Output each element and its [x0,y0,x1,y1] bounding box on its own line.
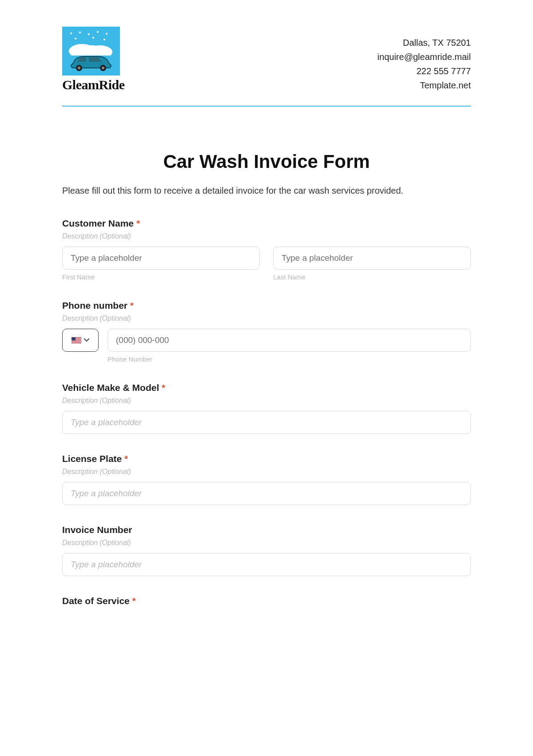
customer-name-desc[interactable]: Description (Optional) [62,232,471,240]
last-name-sublabel: Last Name [273,273,471,281]
page-subtitle: Please fill out this form to receive a d… [62,186,471,196]
phone-desc[interactable]: Description (Optional) [62,314,471,322]
customer-name-label-text: Customer Name [62,218,134,228]
svg-point-3 [97,31,99,33]
svg-rect-20 [72,342,81,342]
svg-point-2 [88,33,90,35]
license-desc[interactable]: Description (Optional) [62,468,471,476]
phone-input[interactable] [107,329,471,352]
country-code-select[interactable] [62,329,99,352]
first-name-input[interactable] [62,247,260,270]
field-vehicle: Vehicle Make & Model * Description (Opti… [62,382,471,434]
us-flag-icon [72,337,81,343]
svg-point-7 [103,39,105,40]
svg-point-14 [102,67,104,69]
invoice-form-page: GleamRide Dallas, TX 75201 inquire@gleam… [0,0,533,628]
phone-label-text: Phone number [62,300,127,310]
gleamride-logo-icon [62,27,120,76]
vehicle-label-text: Vehicle Make & Model [62,382,159,393]
first-name-sublabel: First Name [62,273,260,281]
field-customer-name: Customer Name * Description (Optional) F… [62,218,471,281]
field-phone: Phone number * Description (Optional) [62,300,471,363]
required-icon: * [130,300,134,310]
invoice-number-desc[interactable]: Description (Optional) [62,539,471,547]
page-header: GleamRide Dallas, TX 75201 inquire@gleam… [62,27,471,107]
license-label: License Plate * [62,454,471,464]
required-icon: * [162,382,165,393]
contact-info: Dallas, TX 75201 inquire@gleamride.mail … [378,27,471,92]
field-date-of-service: Date of Service * [62,596,471,606]
vehicle-input[interactable] [62,411,471,434]
required-icon: * [136,218,140,228]
field-invoice-number: Invoice Number Description (Optional) [62,525,471,576]
contact-address: Dallas, TX 75201 [378,36,471,50]
vehicle-desc[interactable]: Description (Optional) [62,397,471,405]
car-icon [67,52,115,72]
svg-point-5 [75,38,76,40]
license-input[interactable] [62,482,471,505]
invoice-number-input[interactable] [62,553,471,576]
svg-point-1 [79,32,81,33]
last-name-input[interactable] [273,247,471,270]
brand-name: GleamRide [62,77,124,92]
svg-point-6 [92,37,94,39]
contact-phone: 222 555 7777 [378,64,471,78]
required-icon: * [132,596,136,606]
logo-block: GleamRide [62,27,124,92]
contact-email: inquire@gleamride.mail [378,50,471,64]
customer-name-label: Customer Name * [62,218,471,229]
date-of-service-label: Date of Service * [62,596,471,606]
svg-rect-22 [72,337,76,341]
svg-point-4 [106,33,107,35]
required-icon: * [124,454,128,464]
invoice-number-label: Invoice Number [62,525,471,535]
phone-sublabel: Phone Number [107,355,471,363]
svg-point-12 [78,67,80,69]
svg-rect-19 [72,341,81,341]
chevron-down-icon [84,338,89,342]
field-license: License Plate * Description (Optional) [62,454,471,505]
phone-label: Phone number * [62,300,471,311]
date-of-service-label-text: Date of Service [62,596,130,606]
page-title: Car Wash Invoice Form [62,151,471,172]
svg-point-0 [70,32,72,34]
svg-rect-21 [72,342,81,343]
bubbles-icon [67,29,115,56]
license-label-text: License Plate [62,454,122,464]
vehicle-label: Vehicle Make & Model * [62,382,471,393]
contact-site: Template.net [378,78,471,92]
